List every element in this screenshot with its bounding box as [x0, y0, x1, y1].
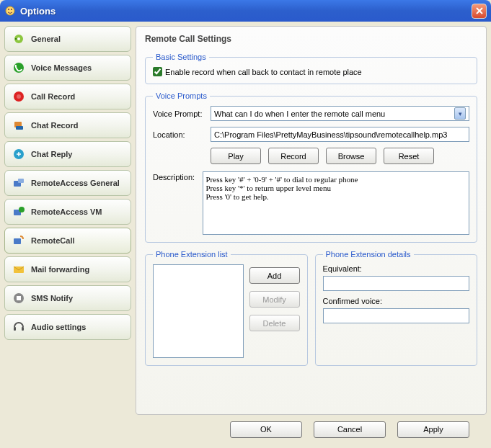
ok-button[interactable]: OK: [230, 421, 302, 438]
phone-icon: [12, 61, 25, 74]
chat-record-icon: [12, 119, 25, 132]
svg-point-8: [17, 94, 21, 99]
chevron-down-icon: ▾: [454, 107, 466, 120]
apply-button[interactable]: Apply: [397, 421, 469, 438]
sidebar-item-remoteaccess-vm[interactable]: RemoteAccess VM: [4, 199, 131, 225]
client-area: General Voice Messages Call Record Chat …: [0, 22, 491, 419]
svg-point-2: [11, 9, 12, 10]
voice-prompt-label: Voice Prompt:: [153, 109, 205, 118]
mail-icon: [12, 263, 25, 276]
equivalent-label: Equivalent:: [323, 264, 470, 273]
equivalent-input[interactable]: [323, 276, 470, 291]
basic-settings-legend: Basic Settings: [153, 53, 209, 61]
record-icon: [12, 90, 25, 103]
enable-record-label: Enable record when call back to contact …: [165, 68, 362, 76]
sidebar-item-label: RemoteCall: [31, 236, 75, 245]
delete-button[interactable]: Delete: [249, 315, 300, 331]
sidebar-item-label: Voice Messages: [31, 63, 92, 72]
phone-extension-list-group: Phone Extension list Add Modify Delete: [145, 250, 308, 366]
sidebar-item-remoteaccess-general[interactable]: RemoteAccess General: [4, 170, 131, 196]
gear-icon: [12, 32, 25, 45]
modify-button[interactable]: Modify: [249, 291, 300, 308]
remote-vm-icon: [12, 205, 25, 218]
sidebar-item-label: SMS Notify: [31, 294, 73, 303]
svg-rect-13: [18, 179, 24, 183]
svg-point-1: [8, 9, 9, 10]
svg-rect-20: [14, 327, 16, 331]
sidebar-item-label: Call Record: [31, 92, 75, 101]
sidebar-item-label: RemoteAccess General: [31, 179, 120, 187]
panel-title: Remote Call Settings: [145, 34, 477, 44]
location-input[interactable]: [211, 127, 469, 142]
extension-listbox[interactable]: [153, 264, 244, 358]
dialog-button-bar: OK Cancel Apply: [0, 419, 491, 444]
close-button[interactable]: [472, 4, 487, 19]
audio-icon: [12, 321, 25, 333]
main-panel: Remote Call Settings Basic Settings Enab…: [136, 26, 487, 415]
browse-button[interactable]: Browse: [326, 148, 376, 164]
remote-general-icon: [12, 176, 25, 189]
svg-point-4: [17, 37, 20, 40]
phone-extension-details-group: Phone Extension details Equivalent: Conf…: [315, 250, 478, 366]
voice-prompt-value: What can I do when I enter the remote ca…: [214, 109, 385, 118]
sidebar-item-audio-settings[interactable]: Audio settings: [4, 314, 131, 340]
cancel-button[interactable]: Cancel: [314, 421, 386, 438]
ext-details-legend: Phone Extension details: [323, 250, 414, 259]
reset-button[interactable]: Reset: [384, 148, 434, 164]
window-title: Options: [20, 6, 472, 17]
sidebar-item-label: Mail forwarding: [31, 265, 89, 274]
svg-rect-21: [22, 327, 24, 331]
description-label: Description:: [153, 171, 197, 235]
sidebar-item-chat-reply[interactable]: Chat Reply: [4, 141, 131, 167]
sidebar-item-label: Chat Reply: [31, 150, 72, 158]
svg-point-15: [19, 207, 25, 212]
location-label: Location:: [153, 130, 205, 139]
sidebar-item-label: General: [31, 35, 61, 43]
voice-prompts-group: Voice Prompts Voice Prompt: What can I d…: [145, 91, 477, 243]
basic-settings-group: Basic Settings Enable record when call b…: [145, 53, 477, 84]
remote-call-icon: [12, 234, 25, 247]
confirmed-voice-label: Confirmed voice:: [323, 297, 470, 305]
voice-prompt-select[interactable]: What can I do when I enter the remote ca…: [211, 106, 469, 121]
confirmed-voice-input[interactable]: [323, 308, 470, 323]
add-button[interactable]: Add: [249, 267, 300, 284]
sidebar-item-mail-forwarding[interactable]: Mail forwarding: [4, 256, 131, 282]
sms-icon: [12, 292, 25, 305]
description-textarea[interactable]: [203, 171, 470, 235]
play-button[interactable]: Play: [211, 148, 261, 164]
app-icon: [4, 5, 16, 17]
chat-reply-icon: [12, 148, 25, 161]
voice-prompts-legend: Voice Prompts: [153, 91, 210, 100]
sidebar-item-chat-record[interactable]: Chat Record: [4, 112, 131, 138]
sidebar-item-label: Audio settings: [31, 323, 86, 331]
sidebar-item-label: Chat Record: [31, 121, 78, 130]
svg-rect-10: [16, 126, 23, 130]
sidebar-item-general[interactable]: General: [4, 26, 131, 52]
svg-rect-5: [15, 38, 17, 40]
sidebar: General Voice Messages Call Record Chat …: [4, 26, 131, 415]
sidebar-item-label: RemoteAccess VM: [31, 207, 102, 216]
record-button[interactable]: Record: [268, 148, 319, 164]
svg-rect-19: [17, 296, 21, 300]
enable-record-checkbox[interactable]: [153, 67, 162, 76]
sidebar-item-remotecall[interactable]: RemoteCall: [4, 228, 131, 254]
svg-point-0: [6, 6, 14, 15]
ext-list-legend: Phone Extension list: [153, 250, 231, 259]
sidebar-item-sms-notify[interactable]: SMS Notify: [4, 285, 131, 311]
titlebar: Options: [0, 0, 491, 22]
svg-rect-16: [14, 238, 21, 244]
sidebar-item-call-record[interactable]: Call Record: [4, 84, 131, 109]
sidebar-item-voice-messages[interactable]: Voice Messages: [4, 55, 131, 81]
